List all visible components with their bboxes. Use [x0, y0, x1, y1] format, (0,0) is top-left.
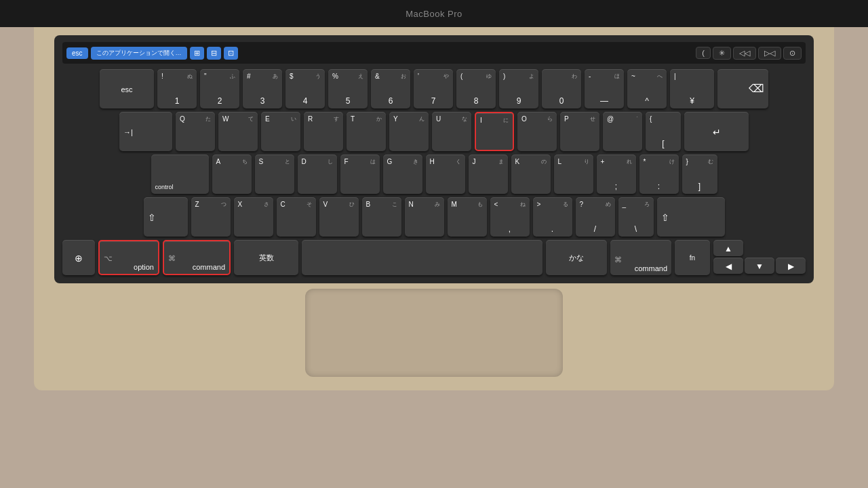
key-backspace[interactable]: ⌫ — [717, 69, 768, 108]
key-l[interactable]: Lり — [554, 155, 593, 194]
key-option[interactable]: ⌥ option — [98, 240, 159, 275]
key-8[interactable]: (ゆ 8 — [456, 69, 496, 108]
key-arrow-up[interactable]: ▲ — [713, 240, 743, 256]
key-shift-left[interactable]: ⇧ — [144, 197, 188, 237]
zxcv-row: ⇧ Zつ Xさ Cそ Vひ Bこ Nみ Mも < — [62, 197, 806, 237]
key-control[interactable]: control — [151, 155, 209, 194]
key-b[interactable]: Bこ — [362, 197, 401, 237]
key-t[interactable]: Tか — [347, 112, 386, 151]
key-fn[interactable]: fn — [675, 240, 710, 275]
key-7[interactable]: 'や 7 — [414, 69, 453, 108]
key-4[interactable]: $う 4 — [285, 69, 325, 108]
key-x[interactable]: Xさ — [234, 197, 273, 237]
key-at[interactable]: @` — [603, 112, 642, 151]
key-f[interactable]: Fは — [340, 155, 380, 194]
keyboard: esc このアプリケーションで開く… ⊞ ⊟ ⊡ ( ✳ ◁◁ ▷◁ ⊙ esc… — [54, 35, 814, 283]
key-eikana[interactable]: 英数 — [234, 240, 298, 275]
key-colon[interactable]: *け : — [639, 155, 679, 194]
key-p[interactable]: Pせ — [560, 112, 599, 151]
tb-vol-down-btn[interactable]: ◁◁ — [733, 47, 756, 60]
key-arrow-down[interactable]: ▼ — [745, 258, 774, 274]
key-semicolon[interactable]: +れ ; — [597, 155, 636, 194]
key-h[interactable]: Hく — [426, 155, 465, 194]
tb-right-controls: ( ✳ ◁◁ ▷◁ ⊙ — [696, 47, 802, 60]
touch-bar: esc このアプリケーションで開く… ⊞ ⊟ ⊡ ( ✳ ◁◁ ▷◁ ⊙ — [62, 42, 806, 64]
key-enter[interactable]: ↵ — [684, 112, 749, 151]
key-5[interactable]: %え 5 — [328, 69, 368, 108]
tb-paren-btn[interactable]: ( — [696, 47, 711, 59]
key-g[interactable]: Gき — [383, 155, 422, 194]
tb-esc[interactable]: esc — [66, 47, 88, 59]
key-bracket-l[interactable]: { [ — [646, 112, 681, 151]
asdf-row: control Aち Sと Dし Fは Gき Hく Jま — [62, 155, 806, 194]
key-minus[interactable]: -ほ — — [585, 69, 624, 108]
arrow-cluster: ▲ ◀ ▼ ▶ — [713, 240, 806, 275]
qwerty-row: →| Qた Wて Eい Rす Tか Yん Uな — [62, 112, 806, 151]
key-escape[interactable]: esc — [100, 69, 154, 108]
tb-mute-btn[interactable]: ▷◁ — [758, 47, 781, 60]
key-n[interactable]: Nみ — [405, 197, 444, 237]
key-j[interactable]: Jま — [469, 155, 508, 194]
key-command-right[interactable]: ⌘ command — [610, 240, 671, 275]
key-comma[interactable]: <ね , — [490, 197, 530, 237]
key-y[interactable]: Yん — [389, 112, 429, 151]
key-3[interactable]: #あ 3 — [243, 69, 282, 108]
key-backslash[interactable]: _ろ \ — [618, 197, 654, 237]
key-bracket-r[interactable]: }む ] — [682, 155, 717, 194]
key-command-left[interactable]: ⌘ command — [163, 240, 231, 275]
key-1[interactable]: !ぬ 1 — [157, 69, 197, 108]
tb-grid-icon[interactable]: ⊞ — [190, 47, 204, 60]
key-v[interactable]: Vひ — [319, 197, 359, 237]
key-a[interactable]: Aち — [212, 155, 252, 194]
key-z[interactable]: Zつ — [191, 197, 231, 237]
key-kana[interactable]: かな — [546, 240, 607, 275]
key-q[interactable]: Qた — [176, 112, 215, 151]
key-m[interactable]: Mも — [448, 197, 487, 237]
tb-app-btn[interactable]: このアプリケーションで開く… — [91, 47, 187, 60]
key-w[interactable]: Wて — [218, 112, 258, 151]
key-s[interactable]: Sと — [255, 155, 294, 194]
key-arrow-left[interactable]: ◀ — [713, 258, 743, 274]
key-yen[interactable]: | ¥ — [670, 69, 714, 108]
key-r[interactable]: Rす — [304, 112, 343, 151]
number-row: esc !ぬ 1 "ふ 2 #あ 3 $う 4 %え 5 &お — [62, 69, 806, 108]
tb-brightness-btn[interactable]: ✳ — [713, 47, 731, 60]
top-bezel: MacBook Pro — [0, 0, 868, 27]
key-space[interactable] — [302, 240, 542, 275]
key-shift-right[interactable]: ⇧ — [657, 197, 725, 237]
key-tab[interactable]: →| — [119, 112, 172, 151]
trackpad[interactable] — [305, 289, 563, 377]
key-6[interactable]: &お 6 — [371, 69, 410, 108]
tb-back-icon[interactable]: ⊡ — [224, 47, 238, 60]
key-caret[interactable]: ~へ ^ — [627, 69, 667, 108]
key-k[interactable]: Kの — [511, 155, 551, 194]
tb-folder-icon[interactable]: ⊟ — [207, 47, 221, 60]
key-d[interactable]: Dし — [298, 155, 337, 194]
key-u[interactable]: Uな — [432, 112, 471, 151]
laptop-body: esc このアプリケーションで開く… ⊞ ⊟ ⊡ ( ✳ ◁◁ ▷◁ ⊙ esc… — [34, 27, 834, 390]
key-globe[interactable]: ⊕ — [62, 240, 95, 275]
key-slash[interactable]: ?め / — [576, 197, 615, 237]
device-title: MacBook Pro — [406, 9, 462, 19]
bottom-row: ⊕ ⌥ option ⌘ command 英数 かな — [62, 240, 806, 275]
tb-siri-btn[interactable]: ⊙ — [783, 47, 802, 60]
key-arrow-right[interactable]: ▶ — [776, 258, 806, 274]
key-0[interactable]: わ 0 — [542, 69, 581, 108]
key-c[interactable]: Cそ — [277, 197, 316, 237]
key-2[interactable]: "ふ 2 — [200, 69, 239, 108]
key-period[interactable]: >る . — [533, 197, 572, 237]
key-i[interactable]: Iに — [475, 112, 514, 151]
key-9[interactable]: )よ 9 — [499, 69, 538, 108]
key-o[interactable]: Oら — [517, 112, 557, 151]
key-e[interactable]: Eい — [261, 112, 300, 151]
